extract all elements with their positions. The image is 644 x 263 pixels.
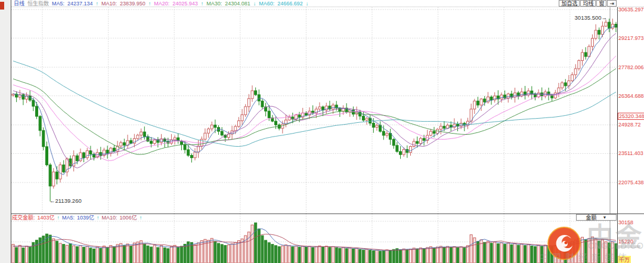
ma20-arrow-icon: ↑ xyxy=(201,1,204,7)
ma20-label: MA20: xyxy=(154,1,169,7)
volume-mode-dropdown[interactable]: 金额▼ xyxy=(576,214,617,221)
ma5-label: MA5: xyxy=(52,1,64,7)
sidebar xyxy=(0,0,11,263)
indicator-bar: 日线 恒生指数 MA5:24237.134↑ MA10:23839.950↑ M… xyxy=(11,0,644,7)
turnover-label: 成交金额: xyxy=(12,214,35,221)
stock-app-window: 日线 恒生指数 MA5:24237.134↑ MA10:23839.950↑ M… xyxy=(0,0,644,263)
price-tick-label: 22075.438 xyxy=(618,180,644,185)
collapse-panel-icon[interactable]: ⇥ xyxy=(607,0,617,7)
ma30-label: MA30: xyxy=(206,1,222,7)
ma30-value: 24304.081 xyxy=(225,1,250,7)
vol-ma10-value: 1006亿 xyxy=(120,214,137,221)
price-tick-label: 26364.688 xyxy=(618,93,644,99)
ma5-value: 24237.134 xyxy=(67,1,93,7)
volume-tick-label: 15220 xyxy=(618,239,633,245)
sidebar-divider xyxy=(11,0,11,263)
period-label[interactable]: 日线 xyxy=(14,0,24,7)
low-price-annotation: ←21139.260 xyxy=(49,197,82,204)
ma10-arrow-icon: ↑ xyxy=(148,1,151,7)
ma30-arrow-icon: ↓ xyxy=(253,1,256,7)
ma60-value: 24666.692 xyxy=(277,1,303,7)
ma60-arrow-icon: ↓ xyxy=(306,1,309,7)
volume-tick-label: 30158 xyxy=(618,219,633,225)
symbol-label: 恒生指数 xyxy=(27,0,49,7)
turnover-arrow-icon: ↑ xyxy=(57,215,60,221)
price-tick-label: 27782.006 xyxy=(618,64,644,70)
home-red-flag xyxy=(0,2,4,10)
volume-unit-badge: 千万 xyxy=(618,256,631,263)
vol-ma10-label: MA10: xyxy=(102,215,117,221)
vol-ma10-arrow-icon: ↑ xyxy=(140,215,143,221)
window-button[interactable]: 窗 xyxy=(596,0,606,7)
price-tick-label: 29217.973 xyxy=(618,35,644,41)
chevron-down-icon: ▼ xyxy=(603,215,607,219)
chart-toolbar: 加自选 均线 窗 ⇥ xyxy=(558,0,617,7)
volume-indicator-bar: 成交金额:1403亿↑ MA5:1039亿↑ MA10:1006亿↑ xyxy=(12,214,144,221)
price-axis-divider xyxy=(617,0,618,263)
ma60-label: MA60: xyxy=(259,1,274,7)
price-tick-label: 30635.297 xyxy=(618,7,644,13)
vol-ma5-value: 1039亿 xyxy=(77,214,94,221)
high-price-annotation: 30135.500→ xyxy=(559,14,607,21)
ma20-value: 24025.943 xyxy=(172,1,198,7)
price-tick-label: 23511.403 xyxy=(618,150,644,156)
ma-settings-button[interactable]: 均线 xyxy=(580,0,596,7)
turnover-value: 1403亿 xyxy=(38,214,55,221)
price-tick-label: 24928.72 xyxy=(618,122,644,128)
ma5-arrow-icon: ↑ xyxy=(96,1,99,7)
chart-canvas[interactable] xyxy=(0,0,644,263)
ma10-value: 23839.950 xyxy=(120,1,145,7)
vol-ma5-label: MA5: xyxy=(62,215,75,221)
current-price-badge: 25320.348 xyxy=(618,113,644,120)
add-watchlist-button[interactable]: 加自选 xyxy=(559,0,580,7)
vol-ma5-arrow-icon: ↑ xyxy=(97,215,100,221)
ma10-label: MA10: xyxy=(101,1,117,7)
